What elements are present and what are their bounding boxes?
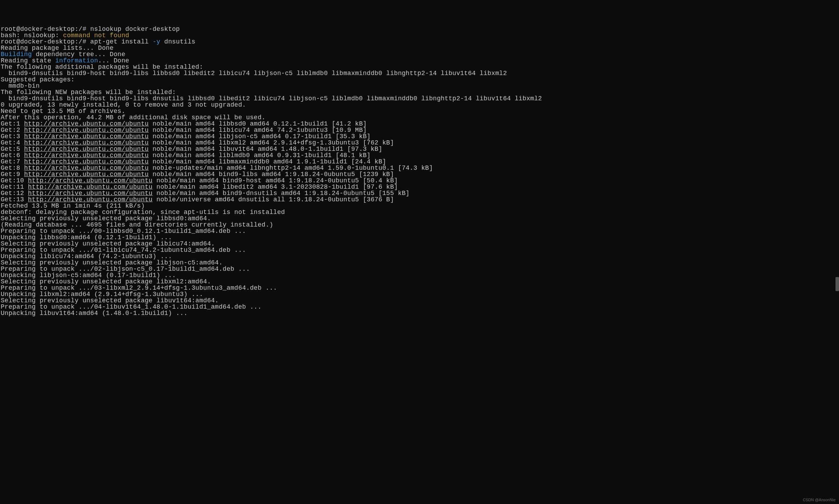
terminal-text: noble/main amd64 libjson-c5 amd64 0.17-1… bbox=[149, 133, 371, 140]
terminal-text: noble/main amd64 libxml2 amd64 2.9.14+df… bbox=[149, 139, 394, 146]
terminal-text: dependency tree... Done bbox=[32, 51, 125, 58]
terminal-line: Get:11 http://archive.ubuntu.com/ubuntu … bbox=[1, 184, 838, 190]
terminal-line: Get:9 http://archive.ubuntu.com/ubuntu n… bbox=[1, 171, 838, 177]
url-text[interactable]: http://archive.ubuntu.com/ubuntu bbox=[28, 196, 153, 203]
terminal-line: Preparing to unpack .../03-libxml2_2.9.1… bbox=[1, 285, 838, 291]
terminal-text: (Reading database ... 4695 files and dir… bbox=[1, 221, 273, 228]
terminal-text: Building bbox=[1, 51, 32, 58]
terminal-text: Need to get 13.5 MB of archives. bbox=[1, 108, 125, 115]
terminal-text: dnsutils bbox=[160, 38, 195, 45]
terminal-text: Selecting previously unselected package … bbox=[1, 297, 219, 304]
terminal-text: The following additional packages will b… bbox=[1, 63, 203, 70]
terminal-line: Get:10 http://archive.ubuntu.com/ubuntu … bbox=[1, 177, 838, 184]
terminal-output[interactable]: root@docker-desktop:/# nslookup docker-d… bbox=[1, 26, 838, 316]
terminal-line: Reading package lists... Done bbox=[1, 45, 838, 51]
terminal-text: noble/main amd64 bind9-dnsutils amd64 1:… bbox=[153, 190, 410, 197]
url-text[interactable]: http://archive.ubuntu.com/ubuntu bbox=[24, 146, 149, 153]
url-text[interactable]: http://archive.ubuntu.com/ubuntu bbox=[24, 133, 149, 140]
url-text[interactable]: http://archive.ubuntu.com/ubuntu bbox=[24, 171, 149, 178]
terminal-text: Preparing to unpack .../04-libuv1t64_1.4… bbox=[1, 303, 262, 310]
terminal-line: root@docker-desktop:/# nslookup docker-d… bbox=[1, 26, 838, 32]
terminal-text: Get:3 bbox=[1, 133, 24, 140]
terminal-text: mmdb-bin bbox=[1, 82, 40, 89]
terminal-text: Reading package lists... Done bbox=[1, 45, 114, 52]
terminal-line: Preparing to unpack .../00-libbsd0_0.12.… bbox=[1, 228, 838, 234]
terminal-line: Suggested packages: bbox=[1, 76, 838, 83]
terminal-text: Preparing to unpack .../01-libicu74_74.2… bbox=[1, 247, 246, 254]
terminal-text: -y bbox=[153, 38, 160, 45]
url-text[interactable]: http://archive.ubuntu.com/ubuntu bbox=[24, 164, 149, 172]
terminal-text: Get:10 bbox=[1, 177, 28, 184]
terminal-line: Selecting previously unselected package … bbox=[1, 278, 838, 285]
terminal-text: Get:7 bbox=[1, 158, 24, 165]
terminal-line: bind9-dnsutils bind9-host bind9-libs lib… bbox=[1, 70, 838, 76]
url-text[interactable]: http://archive.ubuntu.com/ubuntu bbox=[28, 183, 153, 190]
terminal-text: Get:11 bbox=[1, 183, 28, 190]
terminal-text: Unpacking libbsd0:amd64 (0.12.1-1build1)… bbox=[1, 234, 172, 241]
terminal-text: 0 upgraded, 13 newly installed, 0 to rem… bbox=[1, 101, 246, 108]
terminal-line: mmdb-bin bbox=[1, 83, 838, 89]
terminal-text: Selecting previously unselected package … bbox=[1, 215, 211, 222]
terminal-text: bind9-dnsutils bind9-host bind9-libs lib… bbox=[1, 70, 507, 77]
terminal-text: Get:4 bbox=[1, 139, 24, 146]
terminal-text: Preparing to unpack .../02-libjson-c5_0.… bbox=[1, 266, 250, 273]
terminal-text: noble/main amd64 libicu74 amd64 74.2-1ub… bbox=[149, 127, 367, 134]
terminal-line: Fetched 13.5 MB in 1min 4s (211 kB/s) bbox=[1, 203, 838, 209]
terminal-line: Unpacking libjson-c5:amd64 (0.17-1build1… bbox=[1, 272, 838, 278]
terminal-line: Get:1 http://archive.ubuntu.com/ubuntu n… bbox=[1, 121, 838, 127]
terminal-line: bind9-dnsutils bind9-host bind9-libs dns… bbox=[1, 95, 838, 102]
terminal-text: Get:5 bbox=[1, 146, 24, 153]
terminal-line: Selecting previously unselected package … bbox=[1, 260, 838, 266]
terminal-text: Preparing to unpack .../03-libxml2_2.9.1… bbox=[1, 284, 277, 291]
terminal-line: The following additional packages will b… bbox=[1, 64, 838, 70]
terminal-text: noble/main amd64 bind9-host amd64 1:9.18… bbox=[153, 177, 398, 184]
url-text[interactable]: http://archive.ubuntu.com/ubuntu bbox=[24, 139, 149, 146]
url-text[interactable]: http://archive.ubuntu.com/ubuntu bbox=[28, 177, 153, 184]
terminal-line: After this operation, 44.2 MB of additio… bbox=[1, 114, 838, 121]
terminal-line: 0 upgraded, 13 newly installed, 0 to rem… bbox=[1, 102, 838, 108]
url-text[interactable]: http://archive.ubuntu.com/ubuntu bbox=[28, 190, 153, 197]
terminal-text: Unpacking libjson-c5:amd64 (0.17-1build1… bbox=[1, 272, 176, 279]
terminal-line: Unpacking libuv1t64:amd64 (1.48.0-1.1bui… bbox=[1, 310, 838, 316]
terminal-line: Get:7 http://archive.ubuntu.com/ubuntu n… bbox=[1, 159, 838, 165]
terminal-line: Get:2 http://archive.ubuntu.com/ubuntu n… bbox=[1, 127, 838, 133]
terminal-line: Unpacking libxml2:amd64 (2.9.14+dfsg-1.3… bbox=[1, 291, 838, 297]
terminal-line: Get:8 http://archive.ubuntu.com/ubuntu n… bbox=[1, 165, 838, 171]
terminal-text: noble/main amd64 liblmdb0 amd64 0.9.31-1… bbox=[149, 152, 371, 159]
terminal-text: Get:12 bbox=[1, 190, 28, 197]
terminal-line: root@docker-desktop:/# apt-get install -… bbox=[1, 39, 838, 45]
url-text[interactable]: http://archive.ubuntu.com/ubuntu bbox=[24, 152, 149, 159]
terminal-line: Get:4 http://archive.ubuntu.com/ubuntu n… bbox=[1, 140, 838, 146]
terminal-line: Get:3 http://archive.ubuntu.com/ubuntu n… bbox=[1, 133, 838, 140]
terminal-text: Get:9 bbox=[1, 171, 24, 178]
terminal-text: noble/main amd64 libmaxminddb0 amd64 1.9… bbox=[149, 158, 386, 165]
terminal-line: debconf: delaying package configuration,… bbox=[1, 209, 838, 215]
terminal-text: noble-updates/main amd64 libnghttp2-14 a… bbox=[149, 164, 433, 172]
terminal-text: ... Done bbox=[98, 57, 129, 64]
terminal-line: Unpacking libbsd0:amd64 (0.12.1-1build1)… bbox=[1, 234, 838, 241]
terminal-text: debconf: delaying package configuration,… bbox=[1, 209, 285, 216]
terminal-text: Selecting previously unselected package … bbox=[1, 278, 211, 285]
terminal-text: Fetched 13.5 MB in 1min 4s (211 kB/s) bbox=[1, 202, 145, 209]
terminal-text: Get:1 bbox=[1, 120, 24, 127]
terminal-line: Selecting previously unselected package … bbox=[1, 215, 838, 222]
terminal-text: noble/universe amd64 dnsutils all 1:9.18… bbox=[153, 196, 394, 203]
terminal-line: Building dependency tree... Done bbox=[1, 51, 838, 58]
terminal-text: Selecting previously unselected package … bbox=[1, 240, 215, 247]
terminal-text: bash: nslookup: bbox=[1, 32, 63, 39]
terminal-text: Get:2 bbox=[1, 127, 24, 134]
url-text[interactable]: http://archive.ubuntu.com/ubuntu bbox=[24, 158, 149, 165]
scrollbar-thumb[interactable] bbox=[835, 277, 839, 291]
terminal-text: Unpacking libuv1t64:amd64 (1.48.0-1.1bui… bbox=[1, 310, 188, 317]
url-text[interactable]: http://archive.ubuntu.com/ubuntu bbox=[24, 120, 149, 127]
terminal-line: Get:12 http://archive.ubuntu.com/ubuntu … bbox=[1, 190, 838, 196]
terminal-text: Unpacking libxml2:amd64 (2.9.14+dfsg-1.3… bbox=[1, 291, 203, 298]
terminal-line: Get:13 http://archive.ubuntu.com/ubuntu … bbox=[1, 196, 838, 203]
terminal-text: Preparing to unpack .../00-libbsd0_0.12.… bbox=[1, 228, 246, 235]
terminal-line: bash: nslookup: command not found bbox=[1, 32, 838, 39]
terminal-text: Suggested packages: bbox=[1, 76, 75, 83]
terminal-text: noble/main amd64 libbsd0 amd64 0.12.1-1b… bbox=[149, 120, 367, 127]
url-text[interactable]: http://archive.ubuntu.com/ubuntu bbox=[24, 127, 149, 134]
terminal-line: Preparing to unpack .../02-libjson-c5_0.… bbox=[1, 266, 838, 272]
terminal-text: noble/main amd64 libedit2 amd64 3.1-2023… bbox=[153, 183, 398, 190]
